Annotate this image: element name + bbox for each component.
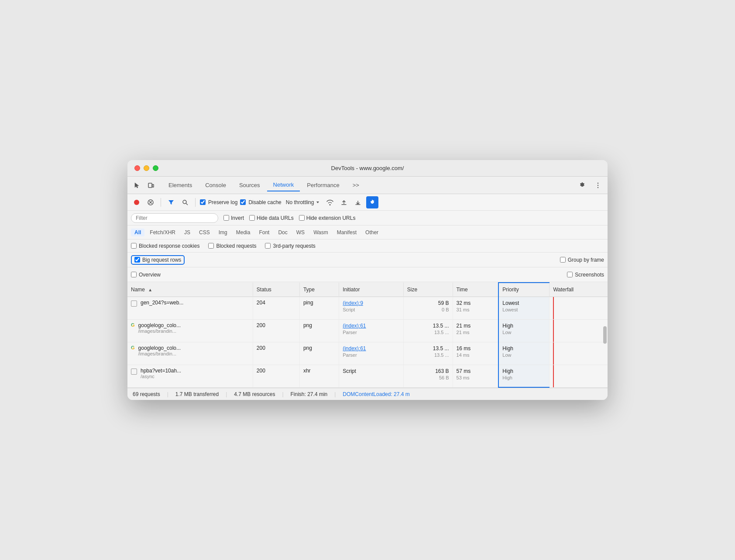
group-by-frame-option[interactable]: Group by frame xyxy=(560,257,604,263)
table-row[interactable]: hpba?vet=10ah... /async 200 xhr Script xyxy=(127,365,608,387)
big-request-rows-label: Big request rows xyxy=(142,257,181,263)
resource-types-bar: All Fetch/XHR JS CSS Img Media Font Doc … xyxy=(127,225,608,239)
network-settings-button[interactable] xyxy=(366,196,378,208)
wifi-icon[interactable] xyxy=(324,197,336,208)
tab-console[interactable]: Console xyxy=(199,179,232,191)
search-button[interactable] xyxy=(179,197,191,208)
maximize-button[interactable] xyxy=(153,165,158,171)
resource-type-doc[interactable]: Doc xyxy=(275,229,291,236)
priority-cell: High Low xyxy=(498,319,550,342)
disable-cache-checkbox[interactable] xyxy=(240,199,246,205)
blocked-requests-checkbox[interactable] xyxy=(208,243,214,249)
row-checkbox[interactable] xyxy=(131,369,137,375)
preserve-log-label: Preserve log xyxy=(208,199,237,205)
svg-point-9 xyxy=(183,200,186,204)
hide-data-urls-checkbox[interactable] xyxy=(249,215,255,221)
blocked-requests-option[interactable]: Blocked requests xyxy=(208,243,256,249)
resource-type-manifest[interactable]: Manifest xyxy=(333,229,360,236)
big-request-rows-checkbox[interactable] xyxy=(134,257,140,263)
col-header-waterfall[interactable]: Waterfall xyxy=(550,283,608,297)
close-button[interactable] xyxy=(134,165,140,171)
resource-type-wasm[interactable]: Wasm xyxy=(310,229,332,236)
col-header-name[interactable]: Name ▲ xyxy=(127,283,253,297)
big-request-rows-highlight: Big request rows xyxy=(131,255,185,265)
table-row[interactable]: G googlelogo_colo... /images/brandin... … xyxy=(127,342,608,365)
resource-type-media[interactable]: Media xyxy=(233,229,254,236)
more-options-icon[interactable] xyxy=(592,179,604,191)
preserve-log-checkbox-group[interactable]: Preserve log xyxy=(200,199,237,205)
name-cell: hpba?vet=10ah... /async xyxy=(127,365,253,387)
time-cell: 57 ms 53 ms xyxy=(453,365,498,387)
google-logo-icon: G xyxy=(131,345,135,350)
preserve-log-checkbox[interactable] xyxy=(200,199,206,205)
row-checkbox[interactable] xyxy=(131,300,137,307)
filter-toggle-button[interactable] xyxy=(165,197,177,208)
throttle-dropdown[interactable]: No throttling xyxy=(284,198,322,206)
options-left: Big request rows xyxy=(131,255,185,265)
screenshots-checkbox[interactable] xyxy=(567,272,573,277)
overview-checkbox[interactable] xyxy=(131,272,137,277)
initiator-link[interactable]: (index):61 xyxy=(343,322,400,330)
download-icon[interactable] xyxy=(352,197,364,208)
tab-performance[interactable]: Performance xyxy=(301,179,345,191)
filter-input[interactable] xyxy=(131,213,218,223)
scrollbar-thumb[interactable] xyxy=(603,326,607,344)
third-party-requests-checkbox[interactable] xyxy=(265,243,271,249)
settings-icon[interactable] xyxy=(576,179,588,191)
table-row[interactable]: gen_204?s=web... 204 ping (index):9 Scri… xyxy=(127,297,608,319)
tab-overflow[interactable]: >> xyxy=(347,179,365,191)
resource-type-fetch-xhr[interactable]: Fetch/XHR xyxy=(146,229,179,236)
invert-option[interactable]: Invert xyxy=(223,215,244,221)
time-cell: 32 ms 31 ms xyxy=(453,297,498,319)
disable-cache-checkbox-group[interactable]: Disable cache xyxy=(240,199,281,205)
toolbar-separator-1 xyxy=(161,198,161,207)
group-by-frame-checkbox[interactable] xyxy=(560,257,566,263)
blocked-cookies-option[interactable]: Blocked response cookies xyxy=(131,243,199,249)
filter-row: Invert Hide data URLs Hide extension URL… xyxy=(127,211,608,225)
overview-option[interactable]: Overview xyxy=(131,272,161,278)
resource-type-img[interactable]: Img xyxy=(215,229,231,236)
cursor-icon[interactable] xyxy=(131,179,143,191)
col-header-time[interactable]: Time xyxy=(453,283,498,297)
upload-icon[interactable] xyxy=(338,197,350,208)
disable-cache-label: Disable cache xyxy=(248,199,281,205)
row-name: hpba?vet=10ah... xyxy=(141,368,181,374)
col-header-status[interactable]: Status xyxy=(253,283,299,297)
sort-arrow-icon: ▲ xyxy=(148,287,152,292)
initiator-link[interactable]: (index):9 xyxy=(343,300,400,307)
hide-extension-urls-option[interactable]: Hide extension URLs xyxy=(299,215,356,221)
resource-type-ws[interactable]: WS xyxy=(293,229,308,236)
device-toolbar-icon[interactable] xyxy=(145,179,157,191)
screenshots-label: Screenshots xyxy=(575,272,604,278)
hide-data-urls-option[interactable]: Hide data URLs xyxy=(249,215,294,221)
third-party-requests-option[interactable]: 3rd-party requests xyxy=(265,243,315,249)
resource-type-all[interactable]: All xyxy=(131,229,144,236)
minimize-button[interactable] xyxy=(144,165,149,171)
blocked-cookies-checkbox[interactable] xyxy=(131,243,137,249)
resource-type-css[interactable]: CSS xyxy=(196,229,213,236)
status-transferred: 1.7 MB transferred xyxy=(175,391,219,397)
tab-elements[interactable]: Elements xyxy=(162,179,198,191)
big-request-rows-option[interactable]: Big request rows xyxy=(134,257,181,263)
col-header-priority[interactable]: Priority xyxy=(498,283,550,297)
screenshots-option[interactable]: Screenshots xyxy=(567,272,604,278)
resource-type-font[interactable]: Font xyxy=(255,229,273,236)
tab-network[interactable]: Network xyxy=(267,179,300,191)
col-header-size[interactable]: Size xyxy=(403,283,453,297)
initiator-link[interactable]: (index):61 xyxy=(343,345,400,352)
hide-extension-urls-checkbox[interactable] xyxy=(299,215,305,221)
col-header-initiator[interactable]: Initiator xyxy=(339,283,404,297)
resource-type-js[interactable]: JS xyxy=(181,229,194,236)
resource-type-other[interactable]: Other xyxy=(362,229,382,236)
clear-button[interactable] xyxy=(145,197,156,208)
col-header-type[interactable]: Type xyxy=(299,283,339,297)
group-by-frame-label: Group by frame xyxy=(568,257,604,263)
table-row[interactable]: G googlelogo_colo... /images/brandin... … xyxy=(127,319,608,342)
tab-sources[interactable]: Sources xyxy=(233,179,266,191)
initiator-sub: Script xyxy=(343,307,400,313)
invert-checkbox[interactable] xyxy=(223,215,229,221)
status-cell: 200 xyxy=(253,342,299,365)
traffic-lights xyxy=(134,165,158,171)
priority-cell: High Low xyxy=(498,342,550,365)
record-stop-button[interactable] xyxy=(131,197,142,208)
